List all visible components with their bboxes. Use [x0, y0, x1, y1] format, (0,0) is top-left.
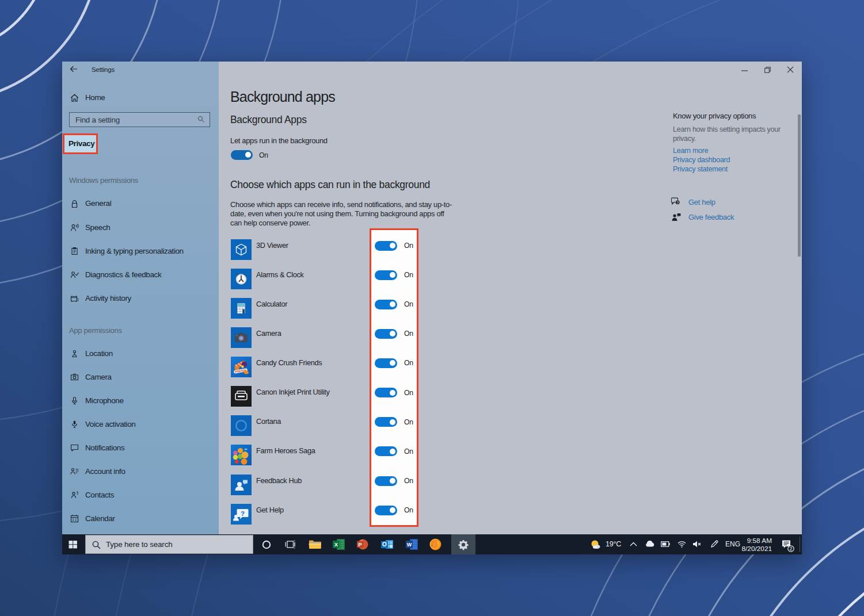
svg-text:W: W [407, 542, 412, 548]
svg-text:X: X [334, 541, 338, 548]
svg-text:O: O [382, 541, 387, 548]
svg-text:?: ? [241, 510, 245, 516]
svg-text:?: ? [676, 200, 679, 205]
svg-text:P: P [358, 541, 362, 548]
svg-text:2: 2 [789, 546, 792, 552]
